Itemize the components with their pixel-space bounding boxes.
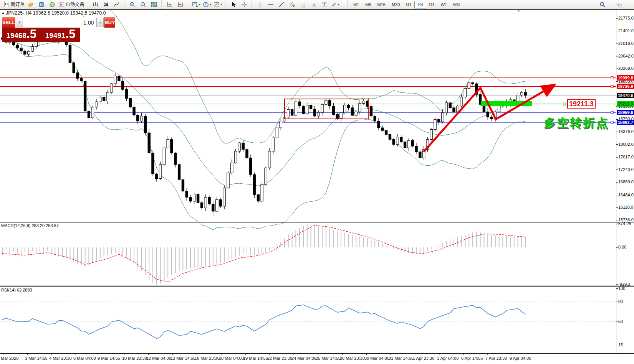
profiles-clock-icon xyxy=(203,2,209,8)
vertical-line-button[interactable] xyxy=(255,1,265,8)
line-chart-button[interactable] xyxy=(111,1,122,8)
trendline-button[interactable] xyxy=(276,1,287,8)
timeframe-H1[interactable]: H1 xyxy=(403,1,414,8)
axis-tick-label: 21775.0 xyxy=(618,16,634,21)
sell-price[interactable]: 19468.5 xyxy=(2,28,41,41)
fibonacci-icon: F xyxy=(300,2,306,8)
timeframe-M30[interactable]: M30 xyxy=(389,1,403,8)
line-handle[interactable] xyxy=(611,77,613,79)
timeframe-M15[interactable]: M15 xyxy=(374,1,389,8)
indicators-icon xyxy=(214,2,220,8)
timeframe-D1[interactable]: D1 xyxy=(426,1,438,8)
new-order-button[interactable]: 新订单 xyxy=(3,1,25,8)
toolbar-group-0: 新订单自动交易 xyxy=(0,0,86,9)
signals-button[interactable] xyxy=(47,1,58,8)
zoom-in-icon xyxy=(129,2,136,8)
time-axis-label: 6 Mar 04:00 xyxy=(73,356,96,361)
chart-scroll-marker-icon[interactable]: ▼ xyxy=(517,9,520,13)
cn-annotation-text[interactable]: 多空转折点 xyxy=(544,115,609,131)
dropdown-arrow-icon[interactable]: ▾ xyxy=(210,3,211,6)
text-label-button[interactable]: T xyxy=(319,1,330,8)
axis-tick-label: 20268.0 xyxy=(618,66,634,71)
time-axis-label: 7 Apr 23:30 xyxy=(485,356,507,361)
market-button[interactable] xyxy=(36,1,47,8)
time-axis-label: 10 Mar 23:30 xyxy=(122,356,147,361)
indicators-button[interactable]: ▾ xyxy=(212,1,223,8)
toolbar-group-6: EFAT▾ xyxy=(252,0,342,9)
time-axis-label: Mar 2020 xyxy=(1,356,18,361)
zoom-out-button[interactable] xyxy=(138,1,149,8)
signals-icon xyxy=(49,2,55,8)
arrows-button[interactable]: ▾ xyxy=(330,1,341,8)
new-chart-button[interactable]: ▾ xyxy=(191,1,202,8)
line-handle[interactable] xyxy=(563,103,566,105)
bar-chart-button[interactable] xyxy=(90,1,101,8)
dropdown-arrow-icon[interactable]: ▾ xyxy=(338,3,339,6)
dropdown-arrow-icon[interactable]: ▾ xyxy=(199,3,200,6)
chat-button[interactable] xyxy=(613,1,624,8)
search-icon xyxy=(599,2,606,8)
axis-tick-label: 20642.0 xyxy=(618,54,634,59)
time-axis-label: 9 Mar 14:55 xyxy=(98,356,120,361)
timeframe-MN[interactable]: MN xyxy=(450,1,463,8)
time-axis-label: 24 Mar 04:00 xyxy=(291,356,316,361)
timeframe-M5[interactable]: M5 xyxy=(362,1,374,8)
text-button[interactable]: A xyxy=(308,1,319,8)
timeframe-toolbar: M1M5M15M30H1H4D1W1MN xyxy=(347,0,464,9)
symbol-ohlc-line: ▲JPN225-,H4 19362.5 19520.0 19342.5 1947… xyxy=(2,10,106,16)
gold-seal-button[interactable] xyxy=(25,1,36,8)
price-level-label: 18662.7 xyxy=(617,120,634,125)
timeframe-M1[interactable]: M1 xyxy=(350,1,362,8)
chart-shift-button[interactable] xyxy=(175,1,186,8)
line-handle[interactable] xyxy=(611,111,613,114)
candlestick-button[interactable] xyxy=(101,1,111,8)
buy-price[interactable]: 19491.5 xyxy=(41,28,80,41)
time-axis-label: 18 Mar 04:00 xyxy=(219,356,244,361)
search-button[interactable] xyxy=(597,1,608,8)
macd-label: MACD(12,26,9) 263.20 253.87 xyxy=(1,223,59,228)
axis-tick-label: 80 xyxy=(618,299,623,304)
axis-tick-label: 0.00 xyxy=(618,245,626,250)
volume-increase-button[interactable]: ▲ xyxy=(96,18,104,27)
axis-tick-label: 18376.0 xyxy=(618,129,634,134)
auto-scroll-button[interactable] xyxy=(164,1,175,8)
svg-text:T: T xyxy=(323,3,326,7)
timeframe-W1[interactable]: W1 xyxy=(438,1,450,8)
price-callout-label[interactable]: 19211.3 xyxy=(567,99,596,109)
line-handle[interactable] xyxy=(611,86,613,88)
axis-tick-label: 21016.0 xyxy=(618,41,634,46)
axis-tick-label: 16110.0 xyxy=(618,205,633,210)
crosshair-button[interactable] xyxy=(239,1,250,8)
buy-button[interactable]: BUY xyxy=(104,17,115,28)
candlestick-icon xyxy=(103,2,109,8)
time-axis-label: 30 Mar 04:00 xyxy=(364,356,389,361)
equidistant-channel-button[interactable]: E xyxy=(287,1,298,8)
horizontal-line-button[interactable] xyxy=(265,1,276,8)
crosshair-icon xyxy=(241,2,247,8)
timeframe-H4[interactable]: H4 xyxy=(414,1,426,8)
price-level-label: 18959.8 xyxy=(617,110,634,115)
toolbar-group-5 xyxy=(225,0,251,9)
autotrading-button[interactable]: 自动交易 xyxy=(58,1,85,8)
volume-input[interactable] xyxy=(23,17,96,28)
cursor-button[interactable] xyxy=(228,1,239,8)
profiles-clock-button[interactable]: ▾ xyxy=(202,1,212,8)
tile-windows-button[interactable] xyxy=(149,1,159,8)
chat-icon xyxy=(616,2,622,8)
equidistant-channel-icon: E xyxy=(289,2,295,8)
time-axis-label: 16 Mar 23:30 xyxy=(195,356,220,361)
time-axis-label: 4 Mar 23:30 xyxy=(49,356,72,361)
volume-decrease-button[interactable]: ▼ xyxy=(16,18,23,27)
time-axis-label: 25 Mar 14:55 xyxy=(316,356,341,361)
fibonacci-button[interactable]: F xyxy=(298,1,308,8)
axis-tick-label: 50 xyxy=(618,319,623,324)
tile-windows-icon xyxy=(151,2,157,8)
svg-text:A: A xyxy=(312,2,316,8)
line-handle[interactable] xyxy=(611,121,613,124)
time-axis-label: 19 Mar 14:55 xyxy=(243,356,268,361)
toolbar-group-1 xyxy=(87,0,123,9)
zoom-in-button[interactable] xyxy=(127,1,138,8)
new-chart-icon xyxy=(192,2,198,8)
dropdown-arrow-icon[interactable]: ▾ xyxy=(220,3,222,6)
sell-button[interactable]: SELL xyxy=(2,17,15,28)
